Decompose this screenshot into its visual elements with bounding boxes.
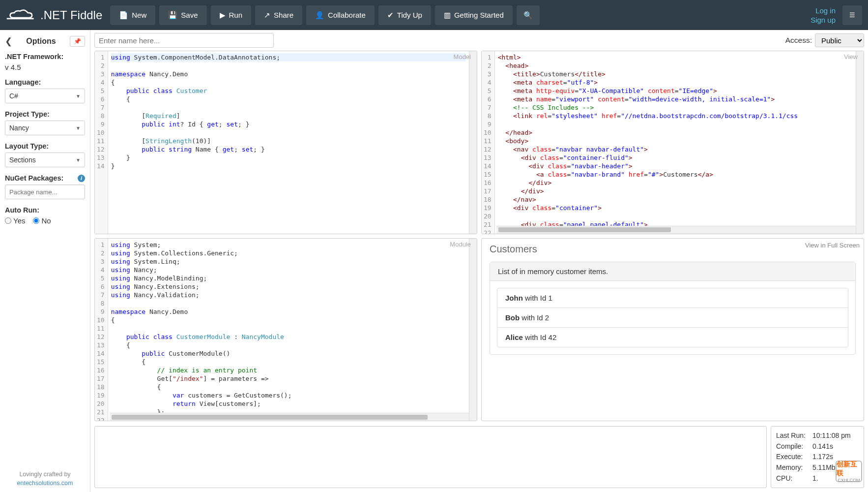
line-gutter: 123456789101112131415161718192021222324 xyxy=(95,239,108,421)
line-gutter: 123456789101112131415161718192021222324 xyxy=(482,51,495,234)
layout-type-label: Layout Type: xyxy=(5,142,85,150)
module-editor[interactable]: using System; using System.Collections.G… xyxy=(108,239,469,421)
tidy-button[interactable]: ✔Tidy Up xyxy=(378,5,431,25)
output-title: Customers xyxy=(490,244,856,255)
auth-links: Log in Sign up xyxy=(808,6,839,24)
run-button[interactable]: ▶Run xyxy=(211,5,252,25)
output-card-heading: List of in memory customer items. xyxy=(490,262,855,281)
check-icon: ✔ xyxy=(387,11,394,20)
save-icon: 💾 xyxy=(168,11,177,20)
chevron-down-icon: ▼ xyxy=(76,125,81,131)
panel-label-model: Model xyxy=(454,53,471,61)
framework-label: .NET Framework: xyxy=(5,53,85,61)
navbar: .NET Fiddle 📄New 💾Save ▶Run ↗Share 👤Coll… xyxy=(0,0,868,30)
module-panel: Module 123456789101112131415161718192021… xyxy=(94,238,477,422)
chevron-down-icon: ▼ xyxy=(76,157,81,163)
line-gutter: 1234567891011121314 xyxy=(95,51,108,234)
entech-link[interactable]: entechsolutions.com xyxy=(17,480,73,487)
access-select[interactable]: Public xyxy=(815,33,864,47)
layout-type-select[interactable]: Sections▼ xyxy=(5,153,85,167)
search-icon: 🔍 xyxy=(523,11,533,20)
autorun-label: Auto Run: xyxy=(5,206,85,214)
scrollbar-vertical[interactable] xyxy=(856,51,864,234)
scrollbar-vertical[interactable] xyxy=(469,239,477,421)
list-item: Bob with Id 2 xyxy=(497,308,848,328)
book-icon: ▥ xyxy=(444,11,451,20)
watermark: 创新互联 CXHLCOM xyxy=(836,461,862,482)
info-icon[interactable]: i xyxy=(78,175,85,182)
fullscreen-link[interactable]: View in Full Screen xyxy=(805,242,860,249)
hamburger-icon: ☰ xyxy=(849,11,855,19)
sidebar-title: Options xyxy=(26,37,56,46)
scrollbar-horizontal[interactable] xyxy=(110,413,469,421)
signup-link[interactable]: Sign up xyxy=(810,16,836,24)
file-icon: 📄 xyxy=(119,11,128,20)
new-button[interactable]: 📄New xyxy=(110,5,155,25)
language-label: Language: xyxy=(5,78,85,86)
back-icon[interactable]: ❮ xyxy=(5,36,12,47)
scrollbar-horizontal[interactable] xyxy=(496,226,856,234)
panel-label-view: View xyxy=(844,53,858,61)
output-card: List of in memory customer items. John w… xyxy=(490,262,856,355)
customer-list: John with Id 1Bob with Id 2Alice with Id… xyxy=(497,288,848,347)
model-editor[interactable]: using System.ComponentModel.DataAnnotati… xyxy=(108,51,469,234)
sidebar: ❮ Options 📌 .NET Framework: v 4.5 Langua… xyxy=(0,30,90,492)
chevron-down-icon: ▼ xyxy=(76,93,81,99)
autorun-yes[interactable]: Yes xyxy=(5,216,25,225)
panel-label-module: Module xyxy=(450,241,471,248)
menu-button[interactable]: ☰ xyxy=(842,5,862,25)
pin-button[interactable]: 📌 xyxy=(70,36,85,47)
footer-note: Lovingly crafted by entechsolutions.com xyxy=(0,470,90,489)
nuget-label: NuGet Packages:i xyxy=(5,174,85,182)
framework-value: v 4.5 xyxy=(5,63,85,71)
list-item: John with Id 1 xyxy=(497,288,848,308)
save-button[interactable]: 💾Save xyxy=(159,5,206,25)
view-editor[interactable]: <html> <head> <title>Customers</title> <… xyxy=(495,51,856,234)
console-panel[interactable] xyxy=(94,426,767,488)
project-type-label: Project Type: xyxy=(5,110,85,118)
share-button[interactable]: ↗Share xyxy=(255,5,302,25)
output-panel: View in Full Screen Customers List of in… xyxy=(481,238,864,422)
topbar: Access: Public xyxy=(90,30,868,51)
getting-started-button[interactable]: ▥Getting Started xyxy=(435,5,513,25)
collaborate-button[interactable]: 👤Collaborate xyxy=(306,5,375,25)
autorun-no[interactable]: No xyxy=(33,216,51,225)
scrollbar-vertical[interactable] xyxy=(469,51,477,234)
nuget-input[interactable] xyxy=(5,184,85,199)
logo-text: .NET Fiddle xyxy=(40,8,102,22)
search-button[interactable]: 🔍 xyxy=(517,5,540,25)
list-item: Alice with Id 42 xyxy=(497,328,848,347)
language-select[interactable]: C#▼ xyxy=(5,89,85,103)
model-panel: Model 1234567891011121314 using System.C… xyxy=(94,51,477,234)
share-icon: ↗ xyxy=(264,11,270,20)
logo-icon xyxy=(6,9,35,21)
logo[interactable]: .NET Fiddle xyxy=(6,8,106,22)
login-link[interactable]: Log in xyxy=(815,6,836,15)
fiddle-name-input[interactable] xyxy=(94,33,274,48)
project-type-select[interactable]: Nancy▼ xyxy=(5,121,85,135)
view-panel: View 12345678910111213141516171819202122… xyxy=(481,51,864,234)
play-icon: ▶ xyxy=(220,11,226,20)
user-icon: 👤 xyxy=(315,11,324,20)
access-label: Access: xyxy=(785,36,812,45)
